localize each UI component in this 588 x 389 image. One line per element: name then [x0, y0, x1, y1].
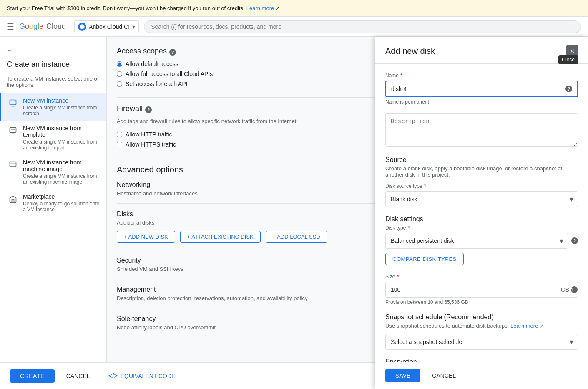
sidebar-item-sublabel-0: Create a single VM instance from scratch [23, 105, 100, 116]
sidebar-item-vm-template[interactable]: New VM instance from template Create a s… [0, 121, 106, 155]
svg-point-0 [80, 24, 85, 29]
snapshot-desc-text: Use snapshot schedules to automate disk … [385, 323, 509, 329]
snapshot-learn-more-link[interactable]: Learn more [510, 323, 538, 329]
snapshot-schedule-section: Snapshot schedule (Recommended) Use snap… [385, 313, 578, 350]
panel-header: Add new disk ✕ Close [375, 37, 588, 64]
name-help-icon[interactable]: ? [565, 86, 572, 92]
main-layout: ← Create an instance To create a VM inst… [0, 37, 588, 389]
new-vm-icon [8, 98, 18, 108]
add-new-disk-button[interactable]: + ADD NEW DISK [117, 231, 175, 243]
disk-source-select-wrapper: Blank disk Image Snapshot ▾ [385, 191, 578, 207]
close-tooltip: Close [558, 55, 578, 64]
checkbox-https-label: Allow HTTPS traffic [126, 141, 176, 148]
access-scopes-title: Access scopes [117, 47, 167, 56]
name-field-label: Name [385, 73, 399, 78]
disk-type-select[interactable]: Standard persistent disk Balanced persis… [386, 233, 568, 248]
size-help-icon[interactable]: ? [571, 286, 578, 293]
snapshot-heading: Snapshot schedule (Recommended) [385, 313, 578, 321]
checkbox-http-input[interactable] [117, 132, 122, 137]
google-cloud-logo: Google Cloud [19, 22, 66, 31]
snapshot-desc: Use snapshot schedules to automate disk … [385, 323, 578, 329]
source-section: Source Create a blank disk, apply a boot… [385, 156, 578, 207]
project-name: Anbox Cloud CI [89, 23, 130, 30]
external-link-icon: ↗ [276, 5, 280, 11]
sidebar-item-machine-image[interactable]: New VM instance from machine image Creat… [0, 155, 106, 189]
back-button[interactable]: ← [0, 43, 106, 57]
banner-learn-more-link[interactable]: Learn more [246, 5, 274, 11]
disk-type-help-icon[interactable]: ? [571, 237, 578, 244]
sidebar-item-label-1: New VM instance from template [23, 125, 100, 138]
disk-type-label: Disk type [385, 225, 406, 231]
size-label: Size [385, 274, 395, 280]
name-field-group: Name * ? Name is permanent [385, 72, 578, 105]
sidebar-item-label-3: Marketplace [23, 193, 100, 200]
cancel-button[interactable]: CANCEL [60, 369, 97, 383]
radio-set-each-label: Set access for each API [126, 81, 188, 87]
chevron-down-icon: ▾ [132, 23, 135, 30]
networking-title: Networking [117, 181, 150, 189]
top-banner: Start your Free Trial with $300 in credi… [0, 0, 588, 17]
disk-type-required: * [407, 225, 410, 231]
vm-template-icon [8, 126, 18, 136]
sidebar: ← Create an instance To create a VM inst… [0, 37, 107, 389]
header: ☰ Google Cloud Anbox Cloud CI ▾ [0, 17, 588, 37]
banner-text: Start your Free Trial with $300 in credi… [7, 5, 245, 11]
add-new-disk-panel: Add new disk ✕ Close Name * ? Name is pe… [375, 37, 588, 389]
create-button[interactable]: CREATE [10, 369, 55, 383]
checkbox-http-label: Allow HTTP traffic [126, 131, 172, 138]
menu-icon[interactable]: ☰ [7, 22, 14, 32]
svg-rect-4 [10, 128, 16, 133]
name-input[interactable] [391, 86, 564, 92]
panel-footer: SAVE CANCEL [375, 362, 588, 389]
snapshot-schedule-select-wrapper: Select a snapshot schedule ▾ [385, 334, 578, 350]
disk-settings-heading: Disk settings [385, 215, 578, 223]
sidebar-item-new-vm[interactable]: New VM instance Create a single VM insta… [0, 93, 106, 121]
search-input[interactable] [144, 20, 581, 33]
sidebar-item-marketplace[interactable]: Marketplace Deploy a ready-to-go solutio… [0, 189, 106, 217]
snapshot-ext-link-icon: ↗ [540, 323, 544, 329]
disks-title: Disks [117, 210, 133, 218]
disk-source-label: Disk source type [385, 183, 422, 189]
panel-cancel-button[interactable]: CANCEL [425, 369, 462, 382]
panel-save-button[interactable]: SAVE [385, 369, 420, 382]
equivalent-code-button[interactable]: </> EQUIVALENT CODE [102, 369, 182, 383]
access-scopes-info-icon[interactable]: ? [169, 49, 176, 56]
panel-title: Add new disk [385, 46, 435, 56]
snapshot-schedule-select[interactable]: Select a snapshot schedule [386, 334, 578, 349]
checkbox-https-input[interactable] [117, 142, 122, 147]
attach-existing-disk-button[interactable]: + ATTACH EXISTING DISK [180, 231, 261, 243]
add-local-ssd-button[interactable]: + ADD LOCAL SSD [266, 231, 327, 243]
size-field-group: Size * GB ? Provision between 10 and 65,… [385, 273, 578, 305]
disk-type-select-wrapper: Standard persistent disk Balanced persis… [385, 233, 568, 249]
panel-content: Name * ? Name is permanent Source Create… [375, 64, 588, 389]
marketplace-icon [8, 194, 18, 204]
size-required: * [397, 273, 399, 280]
radio-allow-default-label: Allow default access [126, 61, 178, 67]
firewall-title: Firewall [117, 104, 143, 113]
code-icon: </> [108, 372, 118, 380]
size-unit-label: GB [561, 286, 571, 293]
sidebar-item-sublabel-2: Create a single VM instance from an exis… [23, 173, 100, 185]
compare-disk-types-button[interactable]: COMPARE DISK TYPES [385, 253, 464, 265]
size-input-wrapper: GB ? [385, 282, 578, 298]
name-required-star: * [400, 72, 402, 79]
radio-set-each-input[interactable] [117, 81, 122, 87]
svg-rect-1 [10, 100, 16, 105]
description-field-group [385, 113, 578, 148]
management-title: Management [117, 286, 156, 293]
radio-allow-full-label: Allow full access to all Cloud APIs [126, 71, 213, 77]
name-hint: Name is permanent [385, 99, 578, 105]
disk-source-select[interactable]: Blank disk Image Snapshot [386, 192, 578, 207]
firewall-info-icon[interactable]: ? [145, 106, 152, 113]
disk-settings-section: Disk settings Disk type * Standard persi… [385, 215, 578, 265]
size-input[interactable] [386, 282, 561, 297]
description-textarea[interactable] [385, 113, 578, 147]
project-selector[interactable]: Anbox Cloud CI ▾ [74, 20, 139, 33]
radio-allow-full-input[interactable] [117, 71, 122, 77]
source-heading: Source [385, 156, 578, 164]
equivalent-code-label: EQUIVALENT CODE [121, 373, 176, 379]
page-title: Create an instance [0, 57, 106, 76]
sidebar-item-sublabel-3: Deploy a ready-to-go solution onto a VM … [23, 201, 100, 212]
radio-allow-default-input[interactable] [117, 61, 122, 67]
security-title: Security [117, 257, 141, 264]
